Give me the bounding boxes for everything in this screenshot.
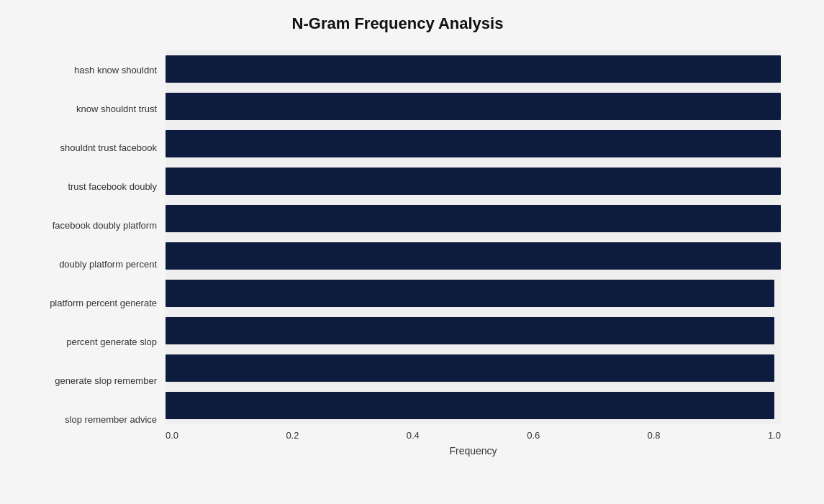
- x-axis-label: Frequency: [166, 445, 781, 457]
- bars-area: [166, 50, 781, 424]
- y-axis-label: hash know shouldnt: [74, 51, 157, 88]
- y-axis-label: slop remember advice: [65, 401, 157, 439]
- chart-container: N-Gram Frequency Analysis hash know shou…: [0, 0, 824, 504]
- bar-row: [166, 349, 781, 387]
- bar-row: [166, 125, 781, 162]
- bar: [166, 354, 774, 382]
- bars-and-x: 0.00.20.40.60.81.0 Frequency: [166, 50, 781, 439]
- y-axis: hash know shouldntknow shouldnt trustsho…: [14, 50, 166, 439]
- x-axis-tick: 0.0: [166, 430, 178, 441]
- chart-area: hash know shouldntknow shouldnt trustsho…: [14, 50, 781, 439]
- bar: [166, 93, 781, 120]
- y-axis-label: platform percent generate: [50, 285, 157, 322]
- bar: [166, 55, 781, 83]
- bar: [166, 392, 774, 419]
- y-axis-label: know shouldnt trust: [76, 90, 157, 127]
- x-axis-tick: 0.8: [648, 430, 661, 441]
- bar: [166, 317, 774, 344]
- bar-row: [166, 88, 781, 125]
- bar-row: [166, 387, 781, 424]
- x-axis-tick: 0.2: [286, 430, 299, 441]
- y-axis-label: facebook doubly platform: [53, 206, 157, 244]
- bar-row: [166, 50, 781, 88]
- bar: [166, 130, 781, 157]
- bar: [166, 205, 781, 232]
- x-axis-tick: 1.0: [768, 430, 781, 441]
- bar-row: [166, 200, 781, 237]
- bar-row: [166, 162, 781, 200]
- bar: [166, 280, 774, 307]
- x-axis-tick: 0.6: [527, 430, 540, 441]
- chart-title: N-Gram Frequency Analysis: [14, 14, 781, 33]
- bar-row: [166, 312, 781, 349]
- x-axis: 0.00.20.40.60.81.0: [166, 424, 781, 441]
- x-axis-tick: 0.4: [407, 430, 420, 441]
- y-axis-label: doubly platform percent: [59, 246, 157, 283]
- y-axis-label: percent generate slop: [66, 324, 157, 361]
- y-axis-label: trust facebook doubly: [68, 168, 157, 205]
- bar: [166, 242, 781, 270]
- bar-row: [166, 237, 781, 275]
- y-axis-label: shouldnt trust facebook: [60, 129, 157, 166]
- bar: [166, 168, 781, 195]
- bar-row: [166, 275, 781, 312]
- y-axis-label: generate slop remember: [55, 362, 157, 400]
